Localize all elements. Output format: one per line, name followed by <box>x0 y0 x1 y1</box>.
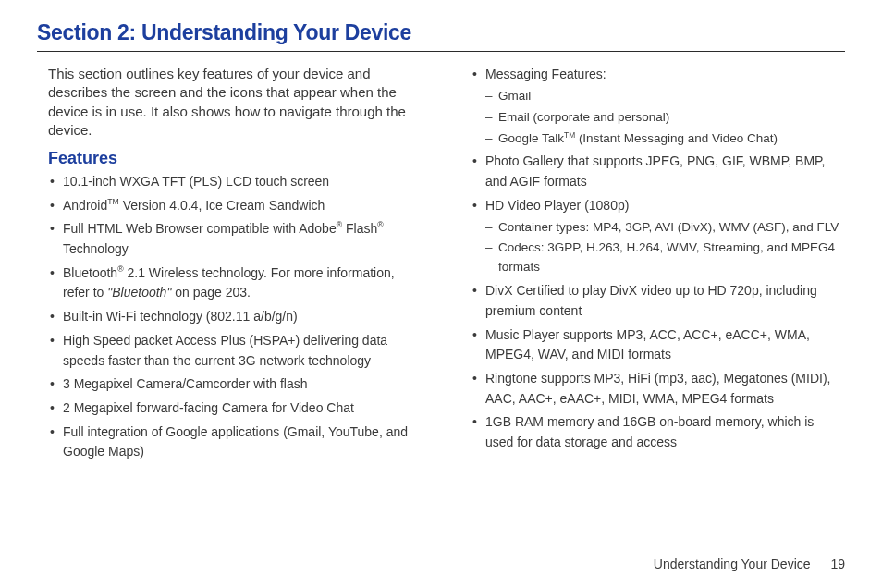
features-list-left: 10.1-inch WXGA TFT (PLS) LCD touch scree… <box>37 172 423 462</box>
feature-item: Bluetooth® 2.1 Wireless technology. For … <box>63 263 423 303</box>
text: (Instant Messaging and Video Chat) <box>575 131 778 145</box>
page-footer: Understanding Your Device 19 <box>654 557 845 571</box>
feature-item: Photo Gallery that supports JPEG, PNG, G… <box>485 152 845 191</box>
feature-item: HD Video Player (1080p) Container types:… <box>485 196 845 277</box>
text: HD Video Player (1080p) <box>485 198 629 213</box>
text: Flash <box>342 221 377 236</box>
section-title: Section 2: Understanding Your Device <box>37 20 845 45</box>
feature-item: Built-in Wi-Fi technology (802.11 a/b/g/… <box>63 307 423 327</box>
registered-mark: ® <box>377 221 383 230</box>
feature-item: 10.1-inch WXGA TFT (PLS) LCD touch scree… <box>63 172 423 192</box>
left-column: This section outlines key features of yo… <box>37 65 423 466</box>
footer-section-name: Understanding Your Device <box>654 557 811 571</box>
sub-item: Email (corporate and personal) <box>498 108 845 128</box>
feature-item: 3 Megapixel Camera/Camcorder with flash <box>63 374 423 395</box>
text: Android <box>63 198 107 213</box>
feature-item: Ringtone supports MP3, HiFi (mp3, aac), … <box>485 369 845 409</box>
horizontal-rule <box>37 51 845 52</box>
trademark-tm: TM <box>107 197 119 206</box>
feature-item: DivX Certified to play DivX video up to … <box>485 281 845 321</box>
feature-item: AndroidTM Version 4.0.4, Ice Cream Sandw… <box>63 196 423 216</box>
right-column: Messaging Features: Gmail Email (corpora… <box>459 65 845 466</box>
content-columns: This section outlines key features of yo… <box>37 65 845 466</box>
cross-reference: "Bluetooth" <box>107 285 175 300</box>
text: Technology <box>63 241 129 256</box>
intro-paragraph: This section outlines key features of yo… <box>48 65 423 140</box>
feature-item: Messaging Features: Gmail Email (corpora… <box>485 65 845 148</box>
text: Bluetooth <box>63 265 117 280</box>
feature-item: High Speed packet Access Plus (HSPA+) de… <box>63 331 423 371</box>
text: on page 203. <box>175 285 251 300</box>
features-list-right: Messaging Features: Gmail Email (corpora… <box>459 65 845 453</box>
sub-item: Codecs: 3GPP, H.263, H.264, WMV, Streami… <box>498 239 845 277</box>
feature-item: 1GB RAM memory and 16GB on-board memory,… <box>485 412 845 452</box>
page: Section 2: Understanding Your Device Thi… <box>0 0 882 588</box>
sub-item: Gmail <box>498 87 845 106</box>
hd-sublist: Container types: MP4, 3GP, AVI (DivX), W… <box>485 218 845 278</box>
sub-item: Google TalkTM (Instant Messaging and Vid… <box>498 129 845 149</box>
page-number: 19 <box>830 557 845 571</box>
text: Messaging Features: <box>485 67 606 81</box>
feature-item: 2 Megapixel forward-facing Camera for Vi… <box>63 398 423 419</box>
text: Google Talk <box>498 131 564 145</box>
sub-item: Container types: MP4, 3GP, AVI (DivX), W… <box>498 218 845 238</box>
features-heading: Features <box>48 149 423 168</box>
trademark-tm: TM <box>564 129 575 139</box>
messaging-sublist: Gmail Email (corporate and personal) Goo… <box>485 87 845 149</box>
feature-item: Music Player supports MP3, ACC, ACC+, eA… <box>485 325 845 365</box>
feature-item: Full integration of Google applications … <box>63 423 423 462</box>
text: Full HTML Web Browser compatible with Ad… <box>63 221 337 236</box>
feature-item: Full HTML Web Browser compatible with Ad… <box>63 219 423 259</box>
text: Version 4.0.4, Ice Cream Sandwich <box>119 198 325 213</box>
